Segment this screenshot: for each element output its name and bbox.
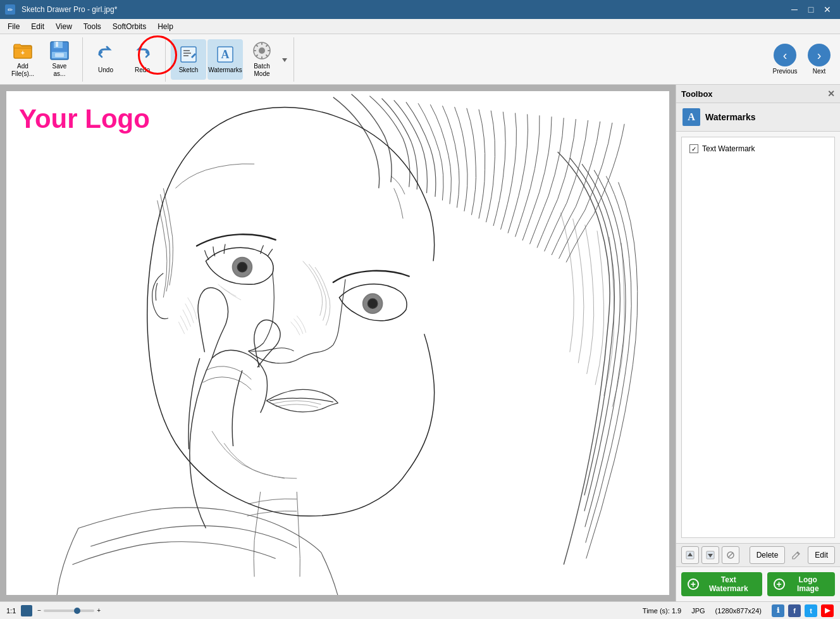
menu-bar: File Edit View Tools SoftOrbits Help <box>0 19 840 34</box>
add-text-watermark-icon: + <box>688 578 699 590</box>
info-icon[interactable]: ℹ <box>772 604 784 617</box>
status-slider-container: − + <box>37 607 101 614</box>
maximize-button[interactable]: □ <box>803 2 818 17</box>
status-time-label: Time (s): <box>643 607 670 615</box>
svg-rect-16 <box>42 91 633 595</box>
add-logo-image-button[interactable]: + Logo Image <box>767 572 835 596</box>
status-dimensions: (1280x877x24) <box>715 607 762 615</box>
menu-edit[interactable]: Edit <box>26 21 49 32</box>
toolbox-title: Toolbox <box>681 89 713 99</box>
menu-tools[interactable]: Tools <box>78 21 106 32</box>
title-bar-title: Sketch Drawer Pro - girl.jpg* <box>22 5 117 14</box>
status-page-button[interactable] <box>21 605 32 616</box>
add-files-icon: + <box>13 41 33 61</box>
title-bar-controls: ─ □ ✕ <box>787 2 835 17</box>
move-down-icon <box>706 551 715 560</box>
status-left: 1:1 − + <box>6 605 101 616</box>
add-logo-image-icon: + <box>774 578 785 590</box>
undo-icon <box>96 44 116 65</box>
edit-button[interactable]: Edit <box>808 546 835 564</box>
toolbar-tools-group: Sketch A Watermarks Batch Mode <box>171 37 294 82</box>
toolbox-close-button[interactable]: ✕ <box>827 89 835 99</box>
status-zoom: 1:1 <box>6 607 16 615</box>
move-up-button[interactable] <box>681 546 699 564</box>
svg-rect-4 <box>56 42 58 47</box>
svg-text:+: + <box>21 49 25 56</box>
status-bar: 1:1 − + Time (s): 1.9 JPG (1280x877x24) … <box>0 601 840 619</box>
sketch-label: Sketch <box>179 66 199 74</box>
disable-button[interactable] <box>722 546 739 564</box>
svg-point-20 <box>368 299 377 308</box>
batch-mode-button[interactable]: Batch Mode <box>244 39 280 80</box>
toolbar-file-group: + Add File(s)... Save as... <box>5 37 83 82</box>
previous-arrow-icon: ‹ <box>774 44 796 66</box>
status-format: JPG <box>691 607 705 615</box>
svg-line-26 <box>728 553 733 558</box>
batch-mode-label: Batch Mode <box>254 63 270 78</box>
watermark-checkbox[interactable]: ✓ <box>689 144 698 153</box>
redo-icon <box>132 44 152 65</box>
toolbox-section-title: Watermarks <box>705 112 756 122</box>
watermarks-label: Watermarks <box>208 66 242 74</box>
add-text-watermark-label: Text Watermark <box>701 575 756 593</box>
title-bar: ✏ Sketch Drawer Pro - girl.jpg* ─ □ ✕ <box>0 0 840 19</box>
next-button[interactable]: › Next <box>803 37 835 82</box>
undo-button[interactable]: Undo <box>88 39 123 80</box>
twitter-icon[interactable]: t <box>805 604 817 617</box>
status-right: Time (s): 1.9 JPG (1280x877x24) ℹ f t ▶ <box>643 604 834 617</box>
minimize-button[interactable]: ─ <box>787 2 802 17</box>
watermark-item-label: Text Watermark <box>702 144 755 153</box>
redo-button[interactable]: Redo <box>125 39 160 80</box>
toolbox-action-bar: Delete Edit <box>676 543 840 566</box>
zoom-out-icon: − <box>37 607 41 614</box>
watermark-list-item[interactable]: ✓ Text Watermark <box>687 142 829 155</box>
sketch-button[interactable]: Sketch <box>171 39 206 80</box>
toolbox-header: Toolbox ✕ <box>676 85 840 103</box>
next-label: Next <box>813 68 826 75</box>
menu-softorbits[interactable]: SoftOrbits <box>108 21 151 32</box>
watermarks-button[interactable]: A Watermarks <box>207 39 243 80</box>
add-files-button[interactable]: + Add File(s)... <box>5 39 40 80</box>
svg-rect-6 <box>55 53 64 57</box>
svg-point-18 <box>237 262 247 272</box>
menu-view[interactable]: View <box>51 21 77 32</box>
toolbar-history-group: Undo Redo <box>88 37 166 82</box>
menu-file[interactable]: File <box>3 21 25 32</box>
sketch-image <box>6 91 669 595</box>
edit-pencil-icon <box>791 551 801 560</box>
undo-label: Undo <box>98 66 113 74</box>
svg-point-14 <box>259 47 265 54</box>
close-button[interactable]: ✕ <box>820 2 835 17</box>
menu-help[interactable]: Help <box>152 21 178 32</box>
watermark-list: ✓ Text Watermark <box>681 137 835 538</box>
watermarks-icon: A <box>215 44 235 65</box>
next-arrow-icon: › <box>808 44 831 66</box>
toolbox-add-bar: + Text Watermark + Logo Image <box>676 566 840 601</box>
move-down-button[interactable] <box>701 546 719 564</box>
zoom-in-icon: + <box>97 607 101 614</box>
status-social-bar: ℹ f t ▶ <box>772 604 834 617</box>
edit-separator-icon <box>788 546 805 564</box>
previous-button[interactable]: ‹ Previous <box>769 37 801 82</box>
delete-button[interactable]: Delete <box>750 546 786 564</box>
svg-marker-15 <box>282 58 287 62</box>
title-bar-left: ✏ Sketch Drawer Pro - girl.jpg* <box>5 4 117 15</box>
status-slider-track[interactable] <box>44 610 94 612</box>
status-time-value: 1.9 <box>672 607 681 615</box>
move-up-icon <box>686 551 695 560</box>
add-text-watermark-button[interactable]: + Text Watermark <box>681 572 762 596</box>
canvas-area: Your Logo <box>0 85 676 601</box>
facebook-icon[interactable]: f <box>788 604 801 617</box>
svg-text:A: A <box>221 48 230 61</box>
youtube-icon[interactable]: ▶ <box>821 604 834 617</box>
toolbar: + Add File(s)... Save as... <box>0 34 840 85</box>
redo-label: Redo <box>135 66 150 74</box>
save-button[interactable]: Save as... <box>42 39 77 80</box>
toolbar-nav: ‹ Previous › Next <box>769 37 835 82</box>
app-icon: ✏ <box>5 4 15 15</box>
toolbox-panel: Toolbox ✕ A Watermarks ✓ Text Watermark <box>676 85 840 601</box>
toolbox-section-icon: A <box>682 108 700 126</box>
toolbox-section-header: A Watermarks <box>676 103 840 132</box>
status-slider-thumb[interactable] <box>74 608 80 614</box>
disable-icon <box>726 551 735 560</box>
